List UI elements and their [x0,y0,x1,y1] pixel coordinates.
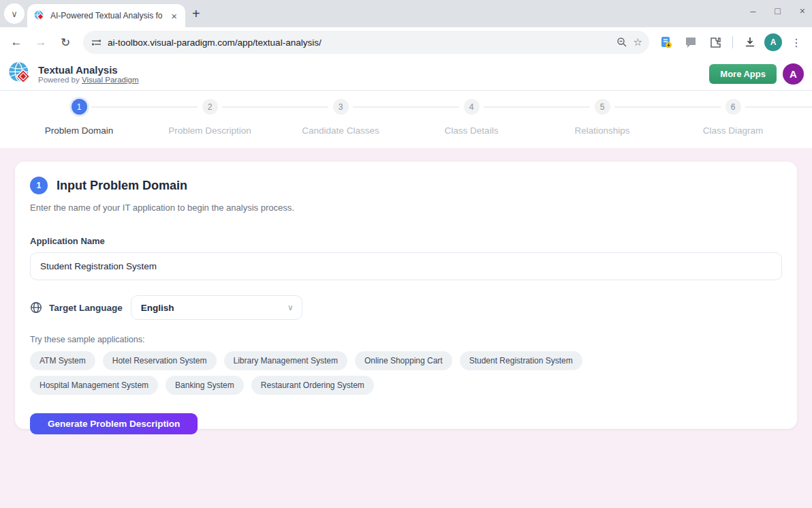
target-language-row: Target Language English ∨ [30,295,782,320]
step-number-circle: 2 [202,99,218,115]
sample-chip[interactable]: Restaurant Ordering System [251,376,374,395]
window-controls: – □ × [751,5,805,16]
target-language-label: Target Language [49,303,123,313]
sample-chip[interactable]: Library Management System [224,351,347,370]
comment-icon[interactable] [681,32,701,53]
target-language-value: English [141,303,174,313]
sample-chip[interactable]: Student Registration System [460,351,582,370]
app-header: Textual Analysis Powered by Visual Parad… [0,57,812,91]
stepper-step[interactable]: 1 Problem Domain [14,99,144,136]
step-label: Class Details [406,125,537,136]
zoom-out-icon[interactable] [616,37,627,48]
powered-by-prefix: Powered by [38,76,82,84]
favicon-visual-paradigm [34,10,45,21]
visual-paradigm-logo [8,61,33,86]
generate-problem-description-button[interactable]: Generate Problem Description [30,413,198,434]
tab-close-icon[interactable]: × [168,10,180,23]
sample-chips: ATM SystemHotel Reservation SystemLibrar… [30,351,711,395]
step-label: Class Diagram [668,125,798,136]
sample-chip[interactable]: Hotel Reservation System [103,351,217,370]
stepper-step[interactable]: 2 Problem Description [144,99,275,136]
downloads-icon[interactable] [740,32,760,53]
tab-search-button[interactable]: ∨ [4,3,25,24]
stepper-step[interactable]: 6 Class Diagram [668,99,798,136]
card-header: 1 Input Problem Domain [30,177,782,194]
reading-mode-icon[interactable] [656,32,676,53]
maximize-icon[interactable]: □ [775,5,780,16]
browser-tab[interactable]: AI-Powered Textual Analysis for × [27,4,185,27]
step-label: Relationships [537,125,668,136]
back-button[interactable]: ← [5,31,27,53]
application-name-input[interactable] [30,252,782,280]
close-window-icon[interactable]: × [800,5,805,16]
page-background: 1 Input Problem Domain Enter the name of… [0,148,812,508]
card-title: Input Problem Domain [57,179,187,193]
user-avatar[interactable]: A [783,63,804,85]
browser-profile-avatar[interactable]: A [764,33,782,51]
extensions-puzzle-icon[interactable] [705,32,725,53]
toolbar-separator [732,36,733,48]
sample-chip[interactable]: Banking System [166,376,244,395]
stepper-step[interactable]: 4 Class Details [406,99,537,136]
browser-tab-strip: ∨ AI-Powered Textual Analysis for × + – … [0,0,812,27]
bookmark-star-icon[interactable]: ☆ [634,36,642,48]
step-number-circle: 1 [72,99,87,115]
samples-label: Try these sample applications: [30,335,782,344]
forward-button[interactable]: → [30,31,52,53]
address-bar[interactable]: ai-toolbox.visual-paradigm.com/app/textu… [83,31,649,54]
chevron-down-icon: ∨ [287,303,294,312]
browser-menu-icon[interactable]: ⋮ [786,32,807,53]
url-text[interactable]: ai-toolbox.visual-paradigm.com/app/textu… [108,38,610,48]
reload-button[interactable]: ↻ [54,31,76,53]
more-apps-button[interactable]: More Apps [709,64,777,84]
new-tab-button[interactable]: + [192,6,200,22]
card-step-badge: 1 [30,177,48,194]
step-number-circle: 4 [464,99,480,115]
powered-by: Powered by Visual Paradigm [38,76,709,84]
stepper: 1 Problem Domain 2 Problem Description 3… [0,91,812,148]
sample-chip[interactable]: Hospital Management System [30,376,158,395]
stepper-step[interactable]: 5 Relationships [537,99,668,136]
stepper-step[interactable]: 3 Candidate Classes [275,99,406,136]
brand-block: Textual Analysis Powered by Visual Parad… [38,64,709,84]
globe-icon [30,301,42,314]
minimize-icon[interactable]: – [751,5,756,16]
step-label: Candidate Classes [275,125,406,136]
step-number-circle: 6 [725,99,741,115]
step-number-circle: 5 [595,99,610,115]
step-label: Problem Description [144,125,275,136]
tab-title: AI-Powered Textual Analysis for [50,11,163,20]
card-subtitle: Enter the name of your IT application to… [30,203,782,213]
problem-domain-card: 1 Input Problem Domain Enter the name of… [15,162,797,429]
toolbar-actions: A ⋮ [656,32,807,53]
app-title: Textual Analysis [38,64,709,76]
chevron-down-icon: ∨ [11,9,18,19]
browser-toolbar: ← → ↻ ai-toolbox.visual-paradigm.com/app… [0,27,812,57]
sample-chip[interactable]: ATM System [30,351,95,370]
sample-chip[interactable]: Online Shopping Cart [355,351,452,370]
application-name-label: Application Name [30,236,782,246]
site-settings-icon[interactable] [91,38,102,48]
step-label: Problem Domain [14,125,144,136]
step-number-circle: 3 [333,99,349,115]
target-language-select[interactable]: English ∨ [131,295,302,320]
visual-paradigm-link[interactable]: Visual Paradigm [82,76,139,84]
